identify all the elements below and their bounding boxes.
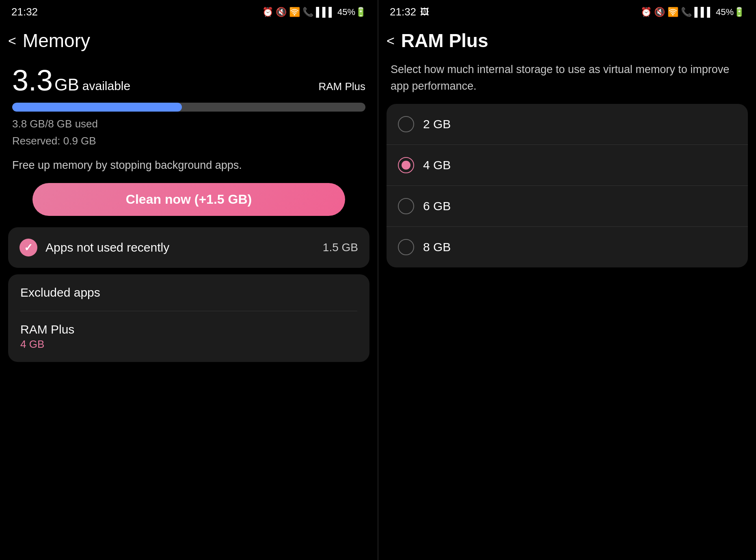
clean-now-button[interactable]: Clean now (+1.5 GB) (32, 183, 345, 216)
memory-progress-bar (12, 103, 365, 112)
call-icon-r: 📞 (681, 7, 692, 17)
apps-checkbox[interactable]: ✓ (19, 239, 37, 256)
memory-value-row: 3.3 GB available RAM Plus (0, 56, 378, 97)
time-right: 21:32 (390, 6, 416, 18)
apps-not-used-size: 1.5 GB (323, 241, 358, 254)
memory-header: < Memory (0, 22, 378, 56)
option-6gb-label: 6 GB (423, 199, 451, 213)
call-icon: 📞 (302, 7, 313, 17)
radio-4gb[interactable] (398, 157, 414, 173)
wifi-icon-r: 🛜 (667, 7, 678, 17)
status-bar-left: 21:32 ⏰ 🔇 🛜 📞 ▌▌▌ 45%🔋 (0, 0, 378, 22)
battery-right: 45%🔋 (716, 7, 745, 17)
option-8gb[interactable]: 8 GB (387, 226, 748, 267)
apps-not-used-label: Apps not used recently (45, 241, 315, 254)
ram-plus-link[interactable]: RAM Plus (318, 80, 365, 97)
time-left: 21:32 (11, 6, 38, 18)
ram-plus-page-title: RAM Plus (401, 30, 488, 52)
ram-plus-setting-value: 4 GB (20, 338, 357, 351)
memory-available: available (82, 79, 130, 97)
alarm-icon-r: ⏰ (641, 7, 652, 17)
radio-4gb-fill (402, 161, 410, 170)
left-panel: 21:32 ⏰ 🔇 🛜 📞 ▌▌▌ 45%🔋 < Memory 3.3 GB a… (0, 0, 378, 560)
checkmark-icon: ✓ (24, 241, 33, 254)
memory-unit: GB (54, 75, 79, 95)
battery-left: 45%🔋 (337, 7, 366, 17)
gallery-icon: 🖼 (420, 7, 429, 17)
alarm-icon: ⏰ (262, 7, 273, 17)
mute-icon-r: 🔇 (654, 7, 665, 17)
ram-plus-description: Select how much internal storage to use … (378, 56, 756, 104)
option-8gb-label: 8 GB (423, 240, 451, 254)
right-panel: 21:32 🖼 ⏰ 🔇 🛜 📞 ▌▌▌ 45%🔋 < RAM Plus Sele… (378, 0, 756, 560)
option-4gb-label: 4 GB (423, 158, 451, 172)
radio-8gb[interactable] (398, 239, 414, 255)
excluded-apps-item[interactable]: Excluded apps (16, 274, 361, 311)
memory-progress-fill (12, 103, 182, 112)
back-button-right[interactable]: < (387, 34, 395, 47)
settings-section: Excluded apps RAM Plus 4 GB (8, 274, 369, 362)
option-2gb-label: 2 GB (423, 117, 451, 131)
ram-plus-setting-item[interactable]: RAM Plus 4 GB (16, 311, 361, 362)
memory-used: 3.8 GB/8 GB used (12, 116, 365, 133)
status-icons-right: ⏰ 🔇 🛜 📞 ▌▌▌ 45%🔋 (641, 7, 745, 17)
signal-icon-r: ▌▌▌ (694, 7, 713, 17)
status-icons-left: ⏰ 🔇 🛜 📞 ▌▌▌ 45%🔋 (262, 7, 366, 17)
memory-reserved: Reserved: 0.9 GB (12, 133, 365, 150)
ram-options-card: 2 GB 4 GB 6 GB 8 GB (387, 104, 748, 267)
free-up-description: Free up memory by stopping background ap… (0, 149, 378, 172)
mute-icon: 🔇 (276, 7, 287, 17)
option-4gb[interactable]: 4 GB (387, 144, 748, 185)
radio-2gb[interactable] (398, 116, 414, 132)
back-button-left[interactable]: < (8, 34, 16, 47)
wifi-icon: 🛜 (289, 7, 300, 17)
radio-6gb[interactable] (398, 198, 414, 214)
memory-stats: 3.8 GB/8 GB used Reserved: 0.9 GB (0, 112, 378, 149)
ram-plus-header: < RAM Plus (378, 22, 756, 56)
signal-icon: ▌▌▌ (316, 7, 335, 17)
ram-plus-setting-title: RAM Plus (20, 323, 357, 336)
excluded-apps-title: Excluded apps (20, 286, 357, 299)
memory-page-title: Memory (23, 30, 90, 52)
apps-not-used-card: ✓ Apps not used recently 1.5 GB (8, 227, 369, 268)
status-bar-right: 21:32 🖼 ⏰ 🔇 🛜 📞 ▌▌▌ 45%🔋 (378, 0, 756, 22)
memory-value: 3.3 (12, 64, 53, 97)
option-2gb[interactable]: 2 GB (387, 104, 748, 144)
apps-not-used-row[interactable]: ✓ Apps not used recently 1.5 GB (8, 227, 369, 268)
option-6gb[interactable]: 6 GB (387, 185, 748, 226)
